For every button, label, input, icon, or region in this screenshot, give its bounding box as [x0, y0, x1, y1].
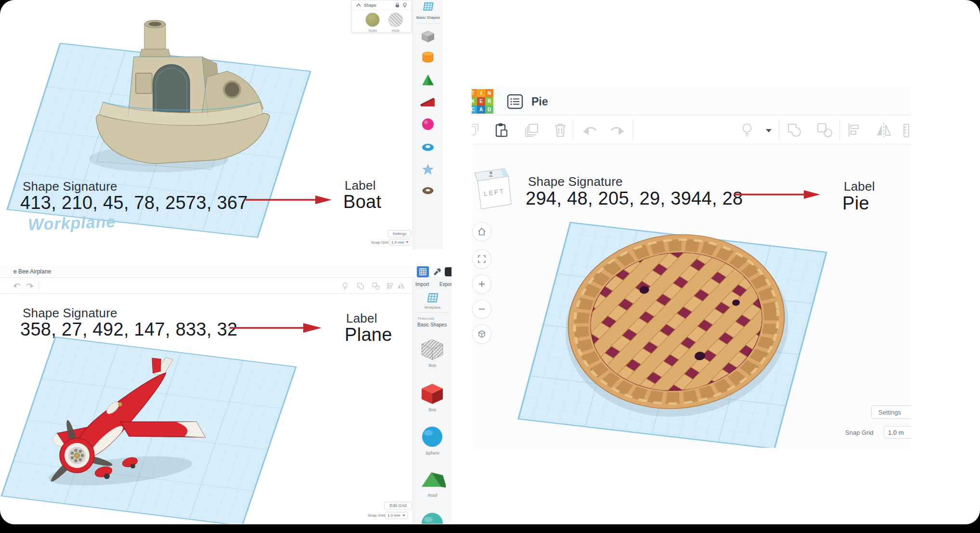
ruler-icon[interactable] — [902, 122, 911, 138]
cut-dark-icon — [445, 267, 451, 276]
export-button[interactable]: Export — [439, 282, 451, 287]
ungroup-icon[interactable] — [372, 282, 380, 290]
shape-tile-partial[interactable] — [419, 510, 446, 524]
workplane-toggle-button[interactable] — [417, 266, 429, 277]
screenshot-boat: Workplane Shape Solid Hole — [0, 0, 452, 255]
plane-shapes-sidebar: Import Export Workplane Tinkercad Basic … — [413, 278, 451, 524]
logo-tile: D — [485, 105, 493, 114]
snap-grid-label: Snap Grid — [371, 240, 388, 245]
basic-shapes-label[interactable]: Basic Shapes — [417, 322, 447, 327]
workplane-watermark: Workplane — [27, 212, 116, 234]
toolbar-divider — [839, 119, 840, 141]
annotation-arrow — [227, 322, 323, 334]
mirror-icon[interactable] — [397, 282, 405, 290]
lightbulb-icon[interactable] — [402, 3, 408, 8]
redo-icon[interactable] — [25, 282, 34, 289]
snap-grid-label: Snap Grid — [368, 513, 385, 518]
hammer-icon[interactable] — [432, 267, 442, 277]
ungroup-icon[interactable] — [815, 122, 834, 138]
workplane-label: Workplane — [413, 306, 451, 309]
undo-icon[interactable] — [13, 282, 21, 289]
label-value: Plane — [345, 325, 392, 345]
shape-tile-box-hole[interactable] — [419, 337, 446, 362]
annotation-arrow — [732, 188, 823, 201]
screenshot-plane: e Bee Airplane — [0, 264, 451, 524]
shape-tile-box[interactable] — [419, 29, 437, 44]
shape-tile-star[interactable] — [419, 162, 437, 177]
home-view-button[interactable] — [472, 222, 491, 241]
mirror-icon[interactable] — [874, 122, 893, 138]
paste-icon[interactable] — [494, 122, 509, 138]
copy-icon[interactable] — [472, 123, 480, 137]
toolbar-divider — [779, 119, 779, 141]
shape-tile-label: Box — [413, 364, 451, 368]
snap-grid-value[interactable]: 1.0 mm — [389, 239, 411, 246]
chevron-up-icon[interactable] — [356, 3, 361, 8]
signature-values: 413, 210, 45, 78, 2573, 367 — [20, 194, 248, 213]
logo-tile: A — [477, 105, 485, 114]
fit-view-button[interactable] — [472, 249, 491, 269]
perspective-toggle-button[interactable] — [472, 325, 491, 344]
zoom-in-button[interactable] — [472, 274, 491, 294]
inspector-title: Shape — [364, 3, 394, 8]
shape-tile-sphere[interactable] — [419, 424, 446, 449]
snap-grid-value[interactable]: 1.0 mm — [385, 512, 408, 519]
pie-canvas[interactable]: LEFT Shape Signature 294, 48, 205, 29, 3… — [472, 144, 911, 448]
design-list-icon[interactable] — [506, 93, 524, 110]
hole-swatch[interactable] — [388, 13, 403, 27]
annotation-arrow — [243, 194, 335, 206]
basic-shapes-label: Basic Shapes — [413, 15, 443, 20]
shape-tile-roof[interactable] — [419, 467, 446, 492]
settings-button[interactable]: Settings — [388, 230, 411, 237]
signature-values: 294, 48, 205, 29, 3944, 28 — [526, 189, 743, 208]
label-heading: Label — [345, 179, 376, 192]
logo-tile: E — [477, 97, 485, 105]
lock-icon[interactable] — [394, 3, 400, 8]
brand-label: Tinkercad — [417, 316, 434, 321]
shape-tile-label: Sphere — [413, 451, 451, 455]
align-icon[interactable] — [846, 122, 861, 138]
pie-toolbar — [472, 116, 911, 144]
shape-tile-sphere[interactable] — [419, 117, 437, 132]
letterbox-bar — [0, 524, 980, 533]
group-icon[interactable] — [356, 282, 365, 290]
shape-tile-tube[interactable] — [419, 183, 437, 198]
align-icon[interactable] — [386, 282, 394, 290]
screenshot-pie: T I N K E R C A D Pie — [472, 88, 911, 448]
figure-background: Workplane Shape Solid Hole — [0, 0, 980, 524]
workplane-icon[interactable] — [426, 292, 440, 305]
sidebar-divider — [417, 312, 448, 313]
signature-heading: Shape Signature — [23, 307, 117, 320]
group-icon[interactable] — [786, 122, 803, 138]
show-all-icon[interactable] — [740, 122, 754, 138]
undo-icon[interactable] — [582, 124, 598, 137]
solid-swatch[interactable] — [365, 13, 380, 27]
sidebar-collapse-icon[interactable] — [413, 118, 413, 127]
shape-tile-cylinder[interactable] — [419, 50, 437, 65]
show-all-icon[interactable] — [341, 282, 349, 290]
boat-shapes-sidebar: Basic Shapes — [413, 0, 443, 249]
plane-3d-scene — [0, 264, 451, 524]
import-button[interactable]: Import — [415, 282, 429, 287]
logo-tile: K — [472, 97, 477, 105]
zoom-out-button[interactable] — [472, 299, 491, 319]
delete-icon[interactable] — [553, 122, 568, 138]
workplane-icon[interactable] — [422, 1, 435, 13]
settings-button[interactable]: Settings — [871, 405, 911, 419]
logo-tile: I — [477, 89, 485, 97]
snap-grid-value[interactable]: 1.0 m — [884, 426, 911, 439]
redo-icon[interactable] — [609, 124, 625, 137]
shape-tile-torus[interactable] — [419, 140, 437, 155]
dropdown-caret-icon[interactable] — [764, 127, 773, 134]
signature-heading: Shape Signature — [528, 175, 623, 188]
shape-tile-pyramid[interactable] — [419, 72, 437, 88]
signature-values: 358, 27, 492, 147, 833, 32 — [20, 320, 238, 339]
label-heading: Label — [844, 180, 875, 193]
shape-tile-box-red[interactable] — [419, 381, 446, 406]
duplicate-icon[interactable] — [523, 122, 540, 138]
design-title[interactable]: Pie — [531, 95, 548, 108]
snap-grid-label: Snap Grid — [845, 429, 874, 436]
tinkercad-logo[interactable]: T I N K E R C A D — [472, 89, 493, 114]
edit-grid-button[interactable]: Edit Grid — [384, 502, 412, 509]
shape-tile-wedge[interactable] — [419, 94, 437, 110]
